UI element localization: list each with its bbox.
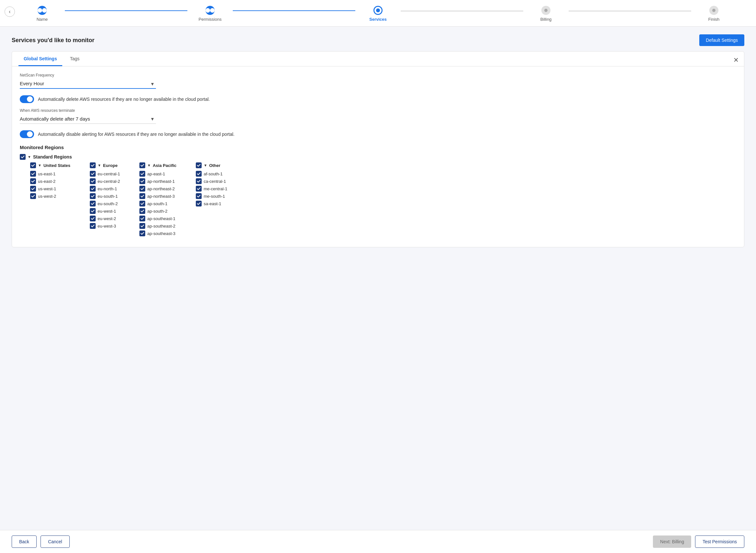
ap-s2-label: ap-south-2 <box>147 209 167 214</box>
us-west-2-cb[interactable] <box>30 193 36 199</box>
region-col-ap: ▼ Asia Pacific ap-east-1 ap-northeast-1 … <box>139 162 176 237</box>
netscan-select[interactable]: Every Hour Every 4 Hours Every 8 Hours E… <box>20 79 156 89</box>
eu-n1-cb[interactable] <box>90 186 96 191</box>
us-west-1-label: us-west-1 <box>38 186 56 191</box>
region-item: ap-northeast-1 <box>139 178 176 184</box>
other-chevron[interactable]: ▼ <box>204 163 207 167</box>
eu-w3-cb[interactable] <box>90 223 96 229</box>
toggle1-switch[interactable] <box>20 95 34 103</box>
ap-e1-cb[interactable] <box>139 171 145 177</box>
eu-s1-cb[interactable] <box>90 193 96 199</box>
eu-c2-cb[interactable] <box>90 178 96 184</box>
us-west-1-cb[interactable] <box>30 186 36 191</box>
ap-se1-cb[interactable] <box>139 216 145 221</box>
other-header: ▼ Other <box>196 162 227 168</box>
eu-c1-label: eu-central-1 <box>97 171 120 176</box>
chevron-left-icon: ‹ <box>9 9 10 15</box>
region-item: ap-southeast-2 <box>139 223 176 229</box>
ap-e1-label: ap-east-1 <box>147 171 165 176</box>
tab-tags[interactable]: Tags <box>65 52 85 66</box>
connector-1 <box>65 10 187 11</box>
eu-w3-label: eu-west-3 <box>97 224 116 229</box>
step-finish: Finish <box>691 6 737 22</box>
ca-c1-label: ca-central-1 <box>204 179 226 184</box>
card-body: NetScan Frequency Every Hour Every 4 Hou… <box>12 67 744 247</box>
ap-ne2-cb[interactable] <box>139 186 145 191</box>
toggle2-switch[interactable] <box>20 130 34 138</box>
standard-regions-chevron[interactable]: ▼ <box>27 155 31 159</box>
us-checkbox[interactable] <box>30 162 36 168</box>
region-item: us-east-1 <box>30 171 70 177</box>
region-item: eu-north-1 <box>90 186 120 191</box>
test-permissions-button[interactable]: Test Permissions <box>695 536 744 548</box>
back-icon-button[interactable]: ‹ <box>5 6 15 17</box>
ap-ne2-label: ap-northeast-2 <box>147 186 175 191</box>
sa-e1-label: sa-east-1 <box>204 201 221 206</box>
region-item: us-west-2 <box>30 193 70 199</box>
toggle2-label: Automatically disable alerting for AWS r… <box>38 132 234 137</box>
ap-checkbox[interactable] <box>139 162 145 168</box>
step-circle-services <box>373 6 383 15</box>
ap-se2-cb[interactable] <box>139 223 145 229</box>
footer: Back Cancel Next: Billing Test Permissio… <box>0 530 756 553</box>
other-checkbox[interactable] <box>196 162 202 168</box>
connector-3 <box>401 11 523 11</box>
sa-e1-cb[interactable] <box>196 201 202 207</box>
eu-checkbox[interactable] <box>90 162 96 168</box>
toggle2-row: Automatically disable alerting for AWS r… <box>20 130 736 138</box>
eu-header: ▼ Europe <box>90 162 120 168</box>
ap-ne1-label: ap-northeast-1 <box>147 179 175 184</box>
region-item: ap-southeast-1 <box>139 216 176 221</box>
region-item: ca-central-1 <box>196 178 227 184</box>
af-s1-cb[interactable] <box>196 171 202 177</box>
us-east-2-label: us-east-2 <box>38 179 56 184</box>
me-s1-cb[interactable] <box>196 193 202 199</box>
us-east-1-label: us-east-1 <box>38 171 56 176</box>
us-east-2-cb[interactable] <box>30 178 36 184</box>
monitored-regions: Monitored Regions ▼ Standard Regions <box>20 145 736 237</box>
tab-global-settings[interactable]: Global Settings <box>18 52 62 66</box>
ap-s2-cb[interactable] <box>139 208 145 214</box>
eu-w1-cb[interactable] <box>90 208 96 214</box>
toggle1-knob <box>27 96 33 102</box>
ap-se2-label: ap-southeast-2 <box>147 224 175 229</box>
stepper: Name Permissions Services Billing <box>19 6 737 26</box>
ap-s1-cb[interactable] <box>139 201 145 207</box>
eu-s2-label: eu-south-2 <box>97 201 118 206</box>
ap-ne1-cb[interactable] <box>139 178 145 184</box>
close-button[interactable]: ✕ <box>733 56 739 64</box>
me-c1-cb[interactable] <box>196 186 202 191</box>
standard-regions-label: Standard Regions <box>33 154 72 159</box>
eu-s2-cb[interactable] <box>90 201 96 207</box>
step-circle-billing <box>541 6 550 15</box>
cancel-button[interactable]: Cancel <box>41 536 70 548</box>
connector-2 <box>233 10 355 11</box>
toggle1-row: Automatically delete AWS resources if th… <box>20 95 736 103</box>
eu-chevron[interactable]: ▼ <box>97 163 101 167</box>
region-item: ap-northeast-3 <box>139 193 176 199</box>
main-content: Services you'd like to monitor Default S… <box>0 26 756 530</box>
eu-c1-cb[interactable] <box>90 171 96 177</box>
region-item: eu-south-2 <box>90 201 120 207</box>
ap-chevron[interactable]: ▼ <box>147 163 151 167</box>
region-item: sa-east-1 <box>196 201 227 207</box>
back-button[interactable]: Back <box>12 536 36 548</box>
step-label-name: Name <box>36 17 48 22</box>
region-item: me-central-1 <box>196 186 227 191</box>
us-chevron[interactable]: ▼ <box>38 163 42 167</box>
us-east-1-cb[interactable] <box>30 171 36 177</box>
region-item: us-west-1 <box>30 186 70 191</box>
region-col-us: ▼ United States us-east-1 us-east-2 <box>30 162 70 237</box>
eu-s1-label: eu-south-1 <box>97 194 118 199</box>
netscan-label: NetScan Frequency <box>20 73 736 77</box>
terminate-select[interactable]: Automatically delete after 7 days Automa… <box>20 114 156 124</box>
region-item: us-east-2 <box>30 178 70 184</box>
eu-w2-cb[interactable] <box>90 216 96 221</box>
ca-c1-cb[interactable] <box>196 178 202 184</box>
default-settings-button[interactable]: Default Settings <box>699 34 744 46</box>
ap-se3-cb[interactable] <box>139 230 145 236</box>
ap-label: Asia Pacific <box>153 163 176 168</box>
step-services: Services <box>355 6 401 22</box>
ap-ne3-cb[interactable] <box>139 193 145 199</box>
standard-regions-checkbox[interactable] <box>20 154 25 160</box>
